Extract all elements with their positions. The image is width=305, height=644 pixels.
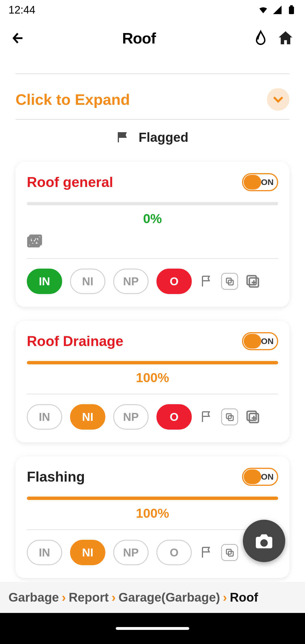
chevron-right-icon: › <box>110 590 117 604</box>
add-box-icon[interactable] <box>246 275 260 288</box>
svg-rect-1 <box>290 5 293 7</box>
expand-button[interactable] <box>267 88 289 111</box>
back-icon[interactable] <box>11 31 25 45</box>
progress-bar <box>27 497 278 500</box>
toggle-label: ON <box>261 472 274 482</box>
copy-icon[interactable] <box>221 544 238 561</box>
flag-filled-icon <box>117 130 130 144</box>
flag-outline-icon[interactable] <box>200 546 213 559</box>
breadcrumb: Garbage › Report › Garage(Garbage) › Roo… <box>0 582 305 613</box>
flagged-label: Flagged <box>139 130 188 145</box>
status-pill-ni[interactable]: NI <box>70 540 105 565</box>
breadcrumb-item[interactable]: Garbage <box>8 590 59 604</box>
status-pill-in[interactable]: IN <box>27 540 62 565</box>
flag-outline-icon[interactable] <box>200 275 213 288</box>
status-pill-in[interactable]: IN <box>27 269 62 294</box>
breadcrumb-current: Roof <box>230 590 258 604</box>
camera-fab[interactable] <box>243 520 285 562</box>
chevron-right-icon: › <box>61 590 67 604</box>
progress-label: 100% <box>27 370 278 385</box>
page-title: Roof <box>25 29 252 47</box>
progress-label: 0% <box>27 211 278 226</box>
status-pill-np[interactable]: NP <box>113 269 149 294</box>
camera-icon <box>254 531 274 551</box>
progress-label: 100% <box>27 506 278 521</box>
progress-bar <box>27 202 278 205</box>
status-time: 12:44 <box>8 4 35 16</box>
status-bar: 12:44 <box>0 0 305 20</box>
home-icon[interactable] <box>277 30 294 46</box>
expand-bar[interactable]: Click to Expand <box>16 85 289 120</box>
card-toggle[interactable]: ON <box>242 332 278 350</box>
svg-point-4 <box>32 238 34 240</box>
card-toggle[interactable]: ON <box>242 468 278 486</box>
chevron-right-icon: › <box>222 590 228 604</box>
copy-icon[interactable] <box>221 408 238 425</box>
battery-icon <box>286 5 297 15</box>
chevron-down-icon <box>272 93 284 106</box>
status-pill-ni[interactable]: NI <box>70 269 105 294</box>
breadcrumb-item[interactable]: Report <box>69 590 109 604</box>
flagged-row: Flagged <box>16 120 289 162</box>
status-pill-ni[interactable]: NI <box>70 404 105 430</box>
status-pill-np[interactable]: NP <box>113 540 149 565</box>
signal-icon <box>272 5 282 15</box>
card-toggle[interactable]: ON <box>242 173 278 191</box>
item-card: Flashing ON 100% IN NI NP O <box>16 456 289 578</box>
toggle-label: ON <box>261 177 274 187</box>
copy-icon[interactable] <box>221 273 238 290</box>
card-title: Roof general <box>27 174 113 190</box>
svg-rect-11 <box>247 411 256 420</box>
app-header: Roof <box>0 20 305 56</box>
svg-rect-7 <box>247 276 256 285</box>
card-title: Roof Drainage <box>27 333 123 349</box>
add-box-icon[interactable] <box>246 410 260 424</box>
status-pill-in[interactable]: IN <box>27 404 62 430</box>
flag-outline-icon[interactable] <box>200 410 213 424</box>
card-title: Flashing <box>27 469 85 485</box>
status-pill-o[interactable]: O <box>156 540 192 565</box>
status-icons <box>258 5 297 15</box>
expand-label: Click to Expand <box>16 91 130 108</box>
item-card: Roof Drainage ON 100% IN NI NP O <box>16 321 289 442</box>
wifi-icon <box>258 5 268 15</box>
nav-handle[interactable] <box>116 627 189 630</box>
status-pill-np[interactable]: NP <box>113 404 149 430</box>
image-placeholder-icon[interactable] <box>27 234 42 250</box>
status-pill-o[interactable]: O <box>156 269 192 294</box>
svg-rect-0 <box>289 6 294 14</box>
item-card: Roof general ON 0% IN NI NP O <box>16 162 289 307</box>
toggle-label: ON <box>261 336 274 346</box>
status-pill-o[interactable]: O <box>156 404 192 430</box>
android-nav-bar <box>0 613 305 644</box>
progress-bar <box>27 361 278 364</box>
breadcrumb-item[interactable]: Garage(Garbage) <box>119 590 220 604</box>
drop-icon[interactable] <box>252 30 269 46</box>
